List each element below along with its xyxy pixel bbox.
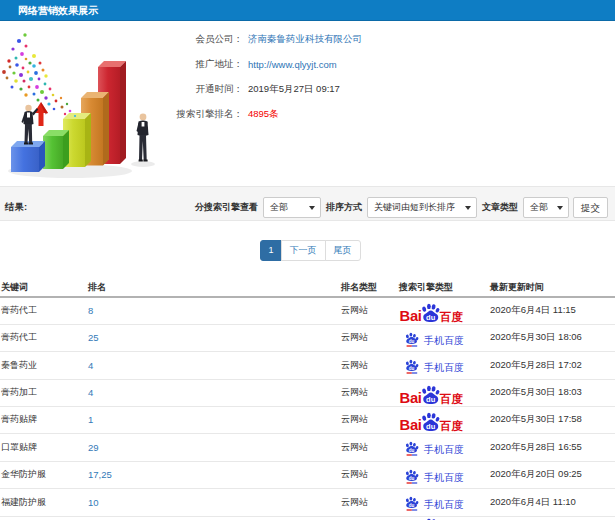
type-select[interactable]: 全部 bbox=[523, 197, 569, 218]
company-value[interactable]: 济南秦鲁药业科技有限公司 bbox=[248, 33, 362, 46]
bar-green bbox=[43, 130, 69, 169]
rank-cell[interactable]: 4 bbox=[84, 351, 338, 379]
table-row: 秦鲁药业4云网站 du 手机百度2020年5月28日 17:02 bbox=[0, 351, 615, 379]
title-bar: 网络营销效果展示 bbox=[0, 0, 615, 21]
businessman-left bbox=[22, 105, 39, 145]
rank-cell[interactable]: 17,25 bbox=[84, 461, 338, 488]
info-row-url: 推广地址： http://www.qlyyjt.com bbox=[170, 52, 615, 77]
col-rank-type: 排名类型 bbox=[338, 269, 399, 297]
mobile-baidu-icon: du bbox=[405, 359, 419, 375]
engine-cell: du 手机百度 bbox=[399, 351, 488, 379]
engine-filter-label: 分搜索引擎查看 bbox=[195, 201, 258, 214]
svg-text:Bai: Bai bbox=[400, 417, 422, 433]
keyword-cell: 膏药代工 bbox=[0, 297, 84, 324]
rank-cell[interactable] bbox=[84, 516, 338, 520]
pagination-area: 1 下一页 尾页 bbox=[0, 221, 615, 269]
filter-bar: 结果: 分搜索引擎查看 全部 排序方式 关键词由短到长排序 文章类型 全部 提交 bbox=[0, 186, 615, 221]
url-label: 推广地址： bbox=[170, 58, 243, 71]
mobile-baidu-engine: du 手机百度 bbox=[405, 359, 488, 375]
type-label: 文章类型 bbox=[482, 201, 518, 214]
mobile-baidu-engine: du 手机百度 bbox=[405, 469, 488, 485]
keyword-cell: 膏药代工 bbox=[0, 324, 84, 351]
chevron-down-icon bbox=[465, 206, 471, 210]
svg-text:du: du bbox=[409, 448, 415, 453]
mobile-baidu-engine: du 手机百度 bbox=[405, 496, 488, 512]
updated-cell: 2020年5月30日 17:58 bbox=[488, 406, 615, 433]
table-row: 金华防护服17,25云网站 du 手机百度2020年6月20日 09:25 bbox=[0, 461, 615, 488]
chevron-down-icon bbox=[557, 206, 563, 210]
table-row: 膏药加工4云网站 Bai du 百度 2020年5月30日 18:03 bbox=[0, 379, 615, 406]
keyword-cell: 秦鲁药业 bbox=[0, 351, 84, 379]
updated-cell: 2020年5月28日 16:55 bbox=[488, 433, 615, 461]
updated-cell bbox=[488, 516, 615, 520]
baidu-logo-icon: Bai du 百度 bbox=[399, 298, 465, 323]
next-page-button[interactable]: 下一页 bbox=[281, 240, 326, 261]
page-1-button[interactable]: 1 bbox=[260, 240, 281, 261]
engine-label: 手机百度 bbox=[424, 443, 464, 457]
table-row: 福建防护服10云网站 du 手机百度2020年6月4日 11:10 bbox=[0, 488, 615, 516]
updated-cell: 2020年6月20日 09:25 bbox=[488, 461, 615, 488]
engine-select-value: 全部 bbox=[270, 202, 288, 212]
info-row-rank-count: 搜索引擎排名： 4895条 bbox=[170, 102, 615, 127]
type-select-value: 全部 bbox=[530, 202, 548, 212]
filter-controls: 分搜索引擎查看 全部 排序方式 关键词由短到长排序 文章类型 全部 提交 bbox=[190, 197, 608, 218]
rank-count-label: 搜索引擎排名： bbox=[170, 108, 243, 121]
col-rank: 排名 bbox=[84, 269, 338, 297]
engine-cell: du 手机百度 bbox=[399, 488, 488, 516]
engine-cell: Bai du 百度 bbox=[399, 297, 488, 324]
rank-type-cell: 云网站 bbox=[338, 379, 399, 406]
table-row: 口罩贴牌29云网站 du 手机百度2020年5月28日 16:55 bbox=[0, 433, 615, 461]
url-value[interactable]: http://www.qlyyjt.com bbox=[248, 59, 337, 70]
svg-text:du: du bbox=[409, 339, 415, 344]
mobile-baidu-engine: du 手机百度 bbox=[405, 332, 488, 348]
keyword-cell: 福建防护服 bbox=[0, 488, 84, 516]
engine-label: 手机百度 bbox=[424, 471, 464, 485]
table-row: 膏药贴牌1云网站 Bai du 百度 2020年5月30日 17:58 bbox=[0, 406, 615, 433]
rank-type-cell: 云网站 bbox=[338, 488, 399, 516]
sort-label: 排序方式 bbox=[326, 201, 362, 214]
mobile-baidu-icon: du bbox=[405, 332, 419, 348]
rank-cell[interactable]: 10 bbox=[84, 488, 338, 516]
chevron-down-icon bbox=[309, 206, 315, 210]
svg-text:du: du bbox=[409, 366, 415, 371]
last-page-button[interactable]: 尾页 bbox=[325, 240, 361, 261]
engine-select[interactable]: 全部 bbox=[263, 197, 321, 218]
col-keyword: 关键词 bbox=[0, 269, 84, 297]
updated-cell: 2020年5月28日 17:02 bbox=[488, 351, 615, 379]
updated-cell: 2020年5月30日 18:03 bbox=[488, 379, 615, 406]
engine-label: 手机百度 bbox=[424, 498, 464, 512]
rank-cell[interactable]: 8 bbox=[84, 297, 338, 324]
company-label: 会员公司： bbox=[170, 33, 243, 46]
table-row: 膏药代工25云网站 du 手机百度2020年5月30日 18:06 bbox=[0, 324, 615, 351]
mobile-baidu-icon: du bbox=[405, 469, 419, 485]
mobile-baidu-icon: du bbox=[405, 496, 419, 512]
info-row-open-time: 开通时间： 2019年5月27日 09:17 bbox=[170, 77, 615, 102]
confetti-dots bbox=[2, 33, 76, 117]
sort-select-value: 关键词由短到长排序 bbox=[374, 202, 455, 212]
businessman-right bbox=[137, 114, 149, 162]
updated-cell: 2020年6月4日 11:15 bbox=[488, 297, 615, 324]
sort-select[interactable]: 关键词由短到长排序 bbox=[367, 197, 477, 218]
svg-text:百度: 百度 bbox=[439, 392, 464, 405]
rank-type-cell bbox=[338, 516, 399, 520]
page-title: 网络营销效果展示 bbox=[18, 5, 98, 16]
keyword-rank-table: 关键词 排名 排名类型 搜索引擎类型 最新更新时间 膏药代工8云网站 Bai d… bbox=[0, 269, 615, 520]
info-row-company: 会员公司： 济南秦鲁药业科技有限公司 bbox=[170, 27, 615, 52]
baidu-logo-icon: Bai du 百度 bbox=[399, 407, 465, 432]
engine-label: 手机百度 bbox=[424, 334, 464, 348]
rank-type-cell: 云网站 bbox=[338, 461, 399, 488]
svg-text:百度: 百度 bbox=[439, 310, 464, 323]
engine-cell: du 手机百度 bbox=[399, 461, 488, 488]
svg-text:du: du bbox=[409, 503, 415, 508]
rank-cell[interactable]: 29 bbox=[84, 433, 338, 461]
engine-cell: du 手机百度 bbox=[399, 324, 488, 351]
rank-type-cell: 云网站 bbox=[338, 433, 399, 461]
open-time-value: 2019年5月27日 09:17 bbox=[248, 83, 340, 96]
mobile-baidu-icon: du bbox=[405, 441, 419, 457]
arrow-up-icon bbox=[34, 102, 48, 126]
rank-cell[interactable]: 1 bbox=[84, 406, 338, 433]
rank-cell[interactable]: 4 bbox=[84, 379, 338, 406]
engine-cell: Bai du 百度 bbox=[399, 406, 488, 433]
rank-cell[interactable]: 25 bbox=[84, 324, 338, 351]
submit-button[interactable]: 提交 bbox=[573, 197, 608, 218]
